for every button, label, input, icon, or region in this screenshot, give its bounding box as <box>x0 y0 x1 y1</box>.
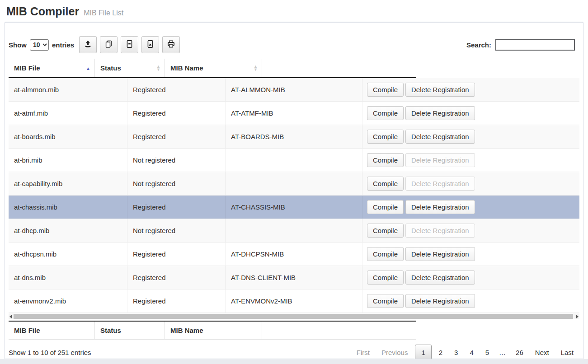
status-cell: Not registered <box>127 149 225 172</box>
footer-column-mib-name: MIB Name <box>165 322 262 339</box>
pagination-pages: 12345…26 <box>414 345 529 359</box>
table-row[interactable]: at-dhcpsn.mib Registered AT-DHCPSN-MIB C… <box>9 243 579 266</box>
entries-info: Show 1 to 10 of 251 entries <box>9 349 91 356</box>
file-text-icon <box>125 40 134 50</box>
pagination-last-button[interactable]: Last <box>555 345 579 359</box>
column-header-mib-file[interactable]: MIB File ▲ <box>9 59 94 77</box>
page-background-strip <box>0 359 588 364</box>
horizontal-scrollbar[interactable] <box>9 313 579 319</box>
mib-name-cell: AT-ENVMONv2-MIB <box>225 289 362 313</box>
table-footer-row: MIB File Status MIB Name <box>9 321 416 340</box>
pagination-page-button[interactable]: 3 <box>448 345 464 359</box>
table-row[interactable]: at-dhcp.mib Not registered Compile Delet… <box>9 219 579 243</box>
copy-icon <box>104 40 113 50</box>
file-excel-icon <box>146 40 155 50</box>
mib-file-cell: at-envmonv2.mib <box>9 289 127 313</box>
mib-name-cell: AT-DNS-CLIENT-MIB <box>225 266 362 289</box>
table-row[interactable]: at-bri.mib Not registered Compile Delete… <box>9 149 579 172</box>
mib-name-cell <box>225 172 362 195</box>
compile-button[interactable]: Compile <box>367 224 404 238</box>
compile-button[interactable]: Compile <box>367 294 404 308</box>
show-label: Show <box>9 41 27 49</box>
mib-file-cell: at-dns.mib <box>9 266 127 289</box>
compile-button[interactable]: Compile <box>367 83 404 97</box>
delete-registration-button[interactable]: Delete Registration <box>405 247 475 261</box>
mib-name-cell: AT-ATMF-MIB <box>225 102 362 125</box>
mib-file-cell: at-boards.mib <box>9 125 127 148</box>
status-cell: Registered <box>127 289 225 313</box>
delete-registration-button[interactable]: Delete Registration <box>405 130 475 144</box>
actions-cell: Compile Delete Registration <box>362 219 579 242</box>
footer-column-status: Status <box>94 322 165 339</box>
status-cell: Not registered <box>127 172 225 195</box>
scroll-right-arrow-icon[interactable] <box>576 315 579 318</box>
pagination-next-button[interactable]: Next <box>529 345 555 359</box>
mib-file-cell: at-chassis.mib <box>9 196 127 219</box>
pagination-page-button[interactable]: 2 <box>433 345 448 359</box>
scrollbar-thumb[interactable] <box>14 314 573 319</box>
search-label: Search: <box>466 41 491 49</box>
mib-file-cell: at-atmf.mib <box>9 102 127 125</box>
table-row[interactable]: at-almmon.mib Registered AT-ALMMON-MIB C… <box>9 78 579 102</box>
sort-both-icon: ▲▼ <box>254 65 258 71</box>
actions-cell: Compile Delete Registration <box>362 172 579 195</box>
mib-file-cell: at-dhcp.mib <box>9 219 127 242</box>
status-cell: Registered <box>127 102 225 125</box>
copy-button[interactable] <box>100 36 118 53</box>
sort-both-icon: ▲▼ <box>156 65 160 71</box>
actions-cell: Compile Delete Registration <box>362 102 579 125</box>
export-button-group <box>79 36 180 53</box>
delete-registration-button[interactable]: Delete Registration <box>405 294 475 308</box>
page-title: MIB Compiler <box>6 5 79 18</box>
table-body: at-almmon.mib Registered AT-ALMMON-MIB C… <box>9 78 579 313</box>
pagination-ellipsis: … <box>495 345 510 359</box>
delete-registration-button[interactable]: Delete Registration <box>405 106 475 120</box>
mib-file-cell: at-almmon.mib <box>9 78 127 101</box>
compile-button[interactable]: Compile <box>367 153 404 167</box>
compile-button[interactable]: Compile <box>367 271 404 285</box>
pagination-previous-button: Previous <box>376 345 414 359</box>
mib-file-list-panel: Show 10 entries Search: MIB File ▲ Statu… <box>5 22 583 359</box>
table-row[interactable]: at-capability.mib Not registered Compile… <box>9 172 579 196</box>
compile-button[interactable]: Compile <box>367 247 404 261</box>
table-row[interactable]: at-envmonv2.mib Registered AT-ENVMONv2-M… <box>9 289 579 313</box>
page-size-select[interactable]: 10 <box>30 39 49 51</box>
scroll-left-arrow-icon[interactable] <box>9 315 12 318</box>
footer-column-actions <box>262 322 416 339</box>
status-cell: Registered <box>127 243 225 266</box>
delete-registration-button[interactable]: Delete Registration <box>405 83 475 97</box>
pagination-page-button[interactable]: 26 <box>510 345 529 359</box>
pagination-page-button[interactable]: 5 <box>480 345 495 359</box>
compile-button[interactable]: Compile <box>367 200 404 214</box>
footer-column-mib-file: MIB File <box>9 322 94 339</box>
status-cell: Registered <box>127 125 225 148</box>
print-button[interactable] <box>162 36 180 53</box>
column-header-mib-name[interactable]: MIB Name ▲▼ <box>165 59 262 77</box>
mib-name-cell: AT-ALMMON-MIB <box>225 78 362 101</box>
compile-button[interactable]: Compile <box>367 177 404 191</box>
show-entries-control: Show 10 entries <box>9 39 74 51</box>
column-header-status[interactable]: Status ▲▼ <box>94 59 165 77</box>
excel-export-button[interactable] <box>141 36 159 53</box>
csv-export-button[interactable] <box>121 36 138 53</box>
upload-button[interactable] <box>79 36 97 53</box>
compile-button[interactable]: Compile <box>367 130 404 144</box>
search-input[interactable] <box>495 39 575 51</box>
delete-registration-button: Delete Registration <box>405 153 475 167</box>
delete-registration-button[interactable]: Delete Registration <box>405 200 475 214</box>
table-row[interactable]: at-boards.mib Registered AT-BOARDS-MIB C… <box>9 125 579 149</box>
page-subtitle: MIB File List <box>84 9 123 17</box>
compile-button[interactable]: Compile <box>367 106 404 120</box>
table-row[interactable]: at-chassis.mib Registered AT-CHASSIS-MIB… <box>9 196 579 219</box>
table-row[interactable]: at-dns.mib Registered AT-DNS-CLIENT-MIB … <box>9 266 579 289</box>
status-cell: Registered <box>127 196 225 219</box>
pagination-page-button-current[interactable]: 1 <box>415 345 431 359</box>
delete-registration-button: Delete Registration <box>405 224 475 238</box>
actions-cell: Compile Delete Registration <box>362 266 579 289</box>
mib-name-cell <box>225 219 362 242</box>
mib-file-cell: at-capability.mib <box>9 172 127 195</box>
mib-name-cell: AT-CHASSIS-MIB <box>225 196 362 219</box>
delete-registration-button[interactable]: Delete Registration <box>405 271 475 285</box>
table-row[interactable]: at-atmf.mib Registered AT-ATMF-MIB Compi… <box>9 102 579 125</box>
pagination-page-button[interactable]: 4 <box>464 345 479 359</box>
